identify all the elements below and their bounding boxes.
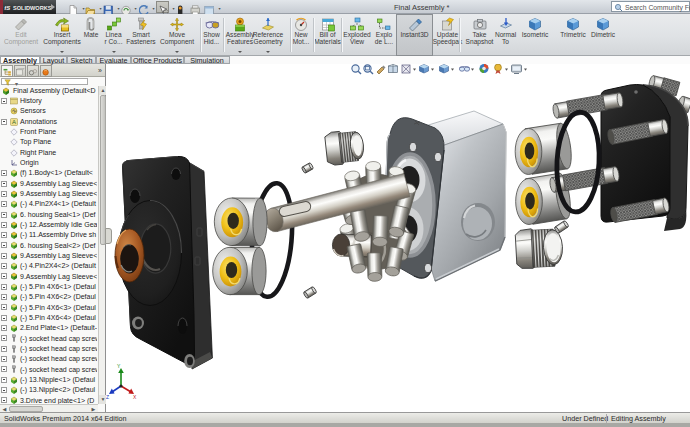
- svg-text:Z: Z: [106, 394, 109, 400]
- svg-text:Y: Y: [117, 363, 121, 369]
- svg-text:ƗS: ƗS: [5, 5, 11, 11]
- svg-text:SOLIDWORKS: SOLIDWORKS: [13, 5, 52, 11]
- svg-text:A: A: [12, 119, 16, 125]
- svg-text:X: X: [133, 394, 137, 400]
